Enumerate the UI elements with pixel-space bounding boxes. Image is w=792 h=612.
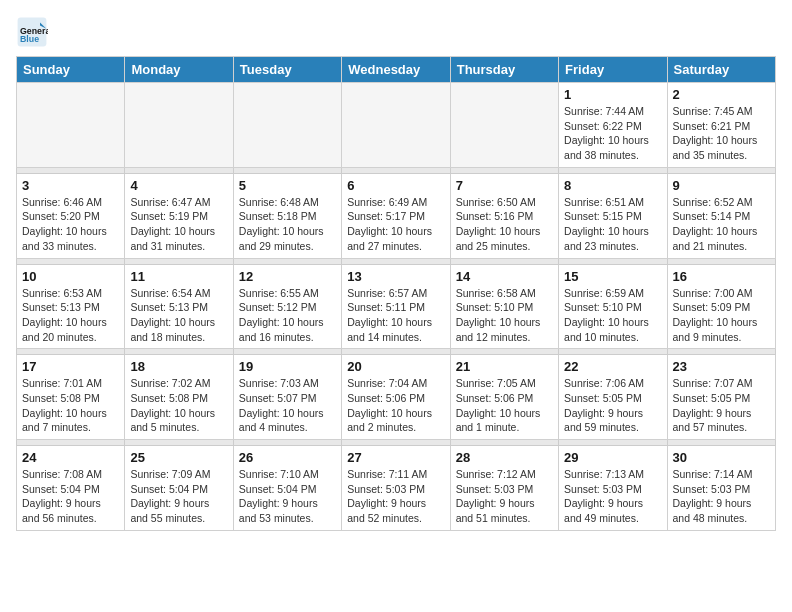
day-detail: Sunrise: 7:45 AM Sunset: 6:21 PM Dayligh… [673, 104, 770, 163]
calendar-cell [342, 83, 450, 168]
calendar-cell: 1Sunrise: 7:44 AM Sunset: 6:22 PM Daylig… [559, 83, 667, 168]
weekday-header-thursday: Thursday [450, 57, 558, 83]
day-detail: Sunrise: 6:46 AM Sunset: 5:20 PM Dayligh… [22, 195, 119, 254]
day-number: 23 [673, 359, 770, 374]
day-number: 25 [130, 450, 227, 465]
calendar-cell: 26Sunrise: 7:10 AM Sunset: 5:04 PM Dayli… [233, 446, 341, 531]
day-number: 1 [564, 87, 661, 102]
svg-text:Blue: Blue [20, 34, 39, 44]
calendar-cell: 28Sunrise: 7:12 AM Sunset: 5:03 PM Dayli… [450, 446, 558, 531]
day-number: 27 [347, 450, 444, 465]
calendar-cell [233, 83, 341, 168]
day-number: 30 [673, 450, 770, 465]
calendar-cell: 7Sunrise: 6:50 AM Sunset: 5:16 PM Daylig… [450, 173, 558, 258]
calendar-cell: 22Sunrise: 7:06 AM Sunset: 5:05 PM Dayli… [559, 355, 667, 440]
calendar-cell: 30Sunrise: 7:14 AM Sunset: 5:03 PM Dayli… [667, 446, 775, 531]
calendar-cell: 12Sunrise: 6:55 AM Sunset: 5:12 PM Dayli… [233, 264, 341, 349]
day-number: 17 [22, 359, 119, 374]
day-number: 3 [22, 178, 119, 193]
calendar-cell: 23Sunrise: 7:07 AM Sunset: 5:05 PM Dayli… [667, 355, 775, 440]
day-number: 11 [130, 269, 227, 284]
day-number: 8 [564, 178, 661, 193]
calendar-cell: 17Sunrise: 7:01 AM Sunset: 5:08 PM Dayli… [17, 355, 125, 440]
day-detail: Sunrise: 6:52 AM Sunset: 5:14 PM Dayligh… [673, 195, 770, 254]
calendar-cell: 27Sunrise: 7:11 AM Sunset: 5:03 PM Dayli… [342, 446, 450, 531]
day-number: 21 [456, 359, 553, 374]
calendar-cell: 13Sunrise: 6:57 AM Sunset: 5:11 PM Dayli… [342, 264, 450, 349]
day-number: 29 [564, 450, 661, 465]
day-detail: Sunrise: 7:07 AM Sunset: 5:05 PM Dayligh… [673, 376, 770, 435]
day-number: 14 [456, 269, 553, 284]
day-number: 4 [130, 178, 227, 193]
day-detail: Sunrise: 7:06 AM Sunset: 5:05 PM Dayligh… [564, 376, 661, 435]
day-number: 22 [564, 359, 661, 374]
day-number: 10 [22, 269, 119, 284]
weekday-header-wednesday: Wednesday [342, 57, 450, 83]
day-detail: Sunrise: 7:08 AM Sunset: 5:04 PM Dayligh… [22, 467, 119, 526]
calendar-table: SundayMondayTuesdayWednesdayThursdayFrid… [16, 56, 776, 531]
day-detail: Sunrise: 6:51 AM Sunset: 5:15 PM Dayligh… [564, 195, 661, 254]
calendar-cell: 25Sunrise: 7:09 AM Sunset: 5:04 PM Dayli… [125, 446, 233, 531]
day-detail: Sunrise: 7:02 AM Sunset: 5:08 PM Dayligh… [130, 376, 227, 435]
calendar-cell: 29Sunrise: 7:13 AM Sunset: 5:03 PM Dayli… [559, 446, 667, 531]
calendar-cell: 20Sunrise: 7:04 AM Sunset: 5:06 PM Dayli… [342, 355, 450, 440]
week-row-3: 17Sunrise: 7:01 AM Sunset: 5:08 PM Dayli… [17, 355, 776, 440]
calendar-cell: 3Sunrise: 6:46 AM Sunset: 5:20 PM Daylig… [17, 173, 125, 258]
calendar-cell: 9Sunrise: 6:52 AM Sunset: 5:14 PM Daylig… [667, 173, 775, 258]
day-number: 13 [347, 269, 444, 284]
day-number: 7 [456, 178, 553, 193]
day-number: 9 [673, 178, 770, 193]
day-number: 19 [239, 359, 336, 374]
day-detail: Sunrise: 6:57 AM Sunset: 5:11 PM Dayligh… [347, 286, 444, 345]
day-detail: Sunrise: 6:58 AM Sunset: 5:10 PM Dayligh… [456, 286, 553, 345]
day-number: 15 [564, 269, 661, 284]
calendar-cell: 2Sunrise: 7:45 AM Sunset: 6:21 PM Daylig… [667, 83, 775, 168]
calendar-cell: 6Sunrise: 6:49 AM Sunset: 5:17 PM Daylig… [342, 173, 450, 258]
calendar-cell: 18Sunrise: 7:02 AM Sunset: 5:08 PM Dayli… [125, 355, 233, 440]
weekday-header-monday: Monday [125, 57, 233, 83]
day-detail: Sunrise: 7:10 AM Sunset: 5:04 PM Dayligh… [239, 467, 336, 526]
day-number: 18 [130, 359, 227, 374]
day-number: 6 [347, 178, 444, 193]
day-detail: Sunrise: 6:55 AM Sunset: 5:12 PM Dayligh… [239, 286, 336, 345]
calendar-cell: 15Sunrise: 6:59 AM Sunset: 5:10 PM Dayli… [559, 264, 667, 349]
day-detail: Sunrise: 7:03 AM Sunset: 5:07 PM Dayligh… [239, 376, 336, 435]
calendar-cell: 5Sunrise: 6:48 AM Sunset: 5:18 PM Daylig… [233, 173, 341, 258]
day-number: 24 [22, 450, 119, 465]
page-header: General Blue [16, 16, 776, 48]
week-row-0: 1Sunrise: 7:44 AM Sunset: 6:22 PM Daylig… [17, 83, 776, 168]
calendar-cell: 14Sunrise: 6:58 AM Sunset: 5:10 PM Dayli… [450, 264, 558, 349]
weekday-header-row: SundayMondayTuesdayWednesdayThursdayFrid… [17, 57, 776, 83]
day-number: 12 [239, 269, 336, 284]
day-detail: Sunrise: 7:11 AM Sunset: 5:03 PM Dayligh… [347, 467, 444, 526]
weekday-header-friday: Friday [559, 57, 667, 83]
weekday-header-tuesday: Tuesday [233, 57, 341, 83]
calendar-cell: 10Sunrise: 6:53 AM Sunset: 5:13 PM Dayli… [17, 264, 125, 349]
day-detail: Sunrise: 7:12 AM Sunset: 5:03 PM Dayligh… [456, 467, 553, 526]
day-detail: Sunrise: 6:49 AM Sunset: 5:17 PM Dayligh… [347, 195, 444, 254]
week-row-4: 24Sunrise: 7:08 AM Sunset: 5:04 PM Dayli… [17, 446, 776, 531]
day-detail: Sunrise: 6:59 AM Sunset: 5:10 PM Dayligh… [564, 286, 661, 345]
day-number: 5 [239, 178, 336, 193]
calendar-cell: 8Sunrise: 6:51 AM Sunset: 5:15 PM Daylig… [559, 173, 667, 258]
day-detail: Sunrise: 6:53 AM Sunset: 5:13 PM Dayligh… [22, 286, 119, 345]
calendar-cell: 11Sunrise: 6:54 AM Sunset: 5:13 PM Dayli… [125, 264, 233, 349]
day-detail: Sunrise: 7:09 AM Sunset: 5:04 PM Dayligh… [130, 467, 227, 526]
calendar-cell [17, 83, 125, 168]
day-detail: Sunrise: 6:50 AM Sunset: 5:16 PM Dayligh… [456, 195, 553, 254]
day-detail: Sunrise: 7:13 AM Sunset: 5:03 PM Dayligh… [564, 467, 661, 526]
day-detail: Sunrise: 7:44 AM Sunset: 6:22 PM Dayligh… [564, 104, 661, 163]
day-number: 26 [239, 450, 336, 465]
calendar-cell: 4Sunrise: 6:47 AM Sunset: 5:19 PM Daylig… [125, 173, 233, 258]
week-row-2: 10Sunrise: 6:53 AM Sunset: 5:13 PM Dayli… [17, 264, 776, 349]
day-number: 28 [456, 450, 553, 465]
day-number: 20 [347, 359, 444, 374]
day-detail: Sunrise: 6:48 AM Sunset: 5:18 PM Dayligh… [239, 195, 336, 254]
day-detail: Sunrise: 6:54 AM Sunset: 5:13 PM Dayligh… [130, 286, 227, 345]
calendar-cell: 21Sunrise: 7:05 AM Sunset: 5:06 PM Dayli… [450, 355, 558, 440]
day-detail: Sunrise: 7:05 AM Sunset: 5:06 PM Dayligh… [456, 376, 553, 435]
calendar-cell [450, 83, 558, 168]
calendar-cell: 16Sunrise: 7:00 AM Sunset: 5:09 PM Dayli… [667, 264, 775, 349]
day-number: 2 [673, 87, 770, 102]
logo: General Blue [16, 16, 48, 48]
